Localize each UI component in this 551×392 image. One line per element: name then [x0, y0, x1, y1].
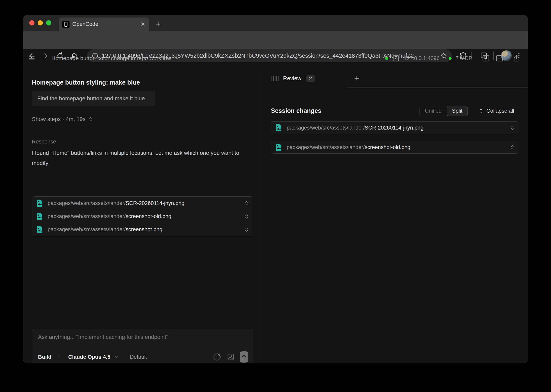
changed-file-row[interactable]: packages/web/src/assets/lander/SCR-20260… [271, 121, 519, 134]
composer-input[interactable] [38, 334, 247, 340]
panel-divider[interactable] [261, 69, 262, 363]
file-dir: packages/web/src/assets/lander/ [48, 226, 126, 232]
review-count-badge: 2 [306, 75, 315, 82]
file-name: screenshot-old.png [365, 144, 411, 150]
user-message-card: Find the homepage button and make it blu… [32, 91, 155, 106]
chat-file-list: packages/web/src/assets/lander/SCR-20260… [32, 196, 254, 236]
file-dir: packages/web/src/assets/lander/ [287, 144, 365, 150]
composer: Build Claude Opus 4.5 Default [32, 329, 254, 363]
file-dir: packages/web/src/assets/lander/ [48, 200, 126, 206]
image-file-icon [276, 143, 282, 151]
tab-review[interactable]: Review 2 [262, 69, 347, 88]
review-tab-label: Review [283, 75, 301, 82]
server-host-label[interactable]: 127.0.0.1:4096 [404, 55, 439, 62]
review-tab-strip: Review 2 + [262, 69, 528, 88]
show-steps-toggle[interactable]: Show steps · 4m, 19s [32, 116, 93, 122]
diff-view-segmented-control: Unified Split [420, 106, 468, 116]
unified-view-button[interactable]: Unified [420, 106, 447, 116]
zoom-window-button[interactable] [46, 20, 51, 26]
image-file-icon [36, 199, 43, 207]
user-message-text: Find the homepage button and make it blu… [37, 95, 145, 102]
file-dir: packages/web/src/assets/lander/ [48, 213, 126, 219]
hamburger-menu-icon [28, 54, 36, 62]
chat-session-heading: Homepage button styling: make blue [32, 79, 140, 86]
session-title-dropdown[interactable]: Homepage button color change in repo wor… [51, 49, 179, 68]
server-status-dot [385, 57, 388, 60]
chevron-down-icon [175, 56, 179, 61]
tab-title: OpenCode [72, 21, 138, 27]
mcp-count-label[interactable]: 7 MCP [456, 55, 472, 62]
file-row[interactable]: packages/web/src/assets/lander/screensho… [32, 223, 253, 236]
sidebar-toggle-button[interactable] [23, 49, 41, 68]
split-view-button[interactable]: Split [447, 106, 468, 116]
collapse-all-button[interactable]: Collapse all [474, 106, 519, 116]
opencode-favicon-icon [62, 21, 70, 28]
split-rows-icon[interactable] [495, 54, 504, 63]
file-name: SCR-20260114-jnyn.png [365, 125, 423, 131]
expand-collapse-icon[interactable] [244, 200, 249, 206]
browser-tab[interactable]: OpenCode ✕ [59, 18, 149, 31]
chevron-down-icon [56, 355, 60, 359]
image-file-icon [276, 124, 282, 132]
image-file-icon [36, 212, 43, 220]
response-label: Response [32, 139, 56, 145]
mode-selector[interactable]: Build [38, 354, 51, 360]
expand-collapse-icon[interactable] [244, 227, 249, 233]
show-steps-label: Show steps · 4m, 19s [32, 116, 86, 122]
collapse-all-label: Collapse all [486, 108, 514, 114]
minimize-window-button[interactable] [38, 20, 43, 26]
file-name: SCR-20260114-jnyn.png [126, 200, 184, 206]
tab-close-icon[interactable]: ✕ [141, 21, 145, 27]
send-button[interactable] [240, 351, 248, 363]
app-instance-icon [392, 55, 400, 62]
close-window-button[interactable] [29, 20, 35, 26]
agent-selector[interactable]: Default [130, 354, 147, 360]
file-row[interactable]: packages/web/src/assets/lander/screensho… [32, 210, 253, 223]
chevron-down-icon [115, 355, 119, 359]
arrow-up-icon [241, 354, 247, 360]
split-columns-icon[interactable] [482, 54, 490, 63]
session-changes-heading: Session changes [271, 107, 420, 114]
app-content: Homepage button styling: make blue Find … [23, 69, 528, 363]
browser-toolbar: 127.0.0.1:4096/L1VzZXJzL3J5YW52b2dlbC9kZ… [23, 31, 528, 49]
attach-image-icon[interactable] [226, 353, 235, 361]
session-title-text: Homepage button color change in repo wor… [51, 55, 171, 62]
chevron-up-down-icon [479, 108, 484, 114]
expand-collapse-icon[interactable] [510, 125, 515, 131]
add-tab-button[interactable]: + [351, 73, 362, 84]
mcp-status-dot [449, 57, 452, 60]
file-name: screenshot-old.png [126, 213, 172, 219]
app-header: Homepage button color change in repo wor… [23, 49, 528, 68]
new-tab-button[interactable]: + [153, 19, 163, 29]
share-icon[interactable] [512, 54, 521, 63]
model-selector[interactable]: Claude Opus 4.5 [68, 354, 110, 360]
file-name: screenshot.png [126, 226, 163, 232]
response-text: I found "Home" buttons/links in multiple… [32, 148, 252, 168]
file-row[interactable]: packages/web/src/assets/lander/SCR-20260… [32, 196, 253, 210]
drag-handle-icon[interactable] [271, 75, 279, 81]
chevron-up-down-icon [88, 116, 93, 122]
browser-window: OpenCode ✕ + 127.0.0.1:4096/L1VzZXJzL3J5… [23, 15, 528, 363]
expand-collapse-icon[interactable] [244, 214, 249, 219]
browser-tab-bar: OpenCode ✕ + [23, 15, 528, 31]
working-spinner-icon [212, 352, 222, 362]
file-dir: packages/web/src/assets/lander/ [287, 125, 365, 131]
expand-collapse-icon[interactable] [510, 144, 515, 150]
image-file-icon [36, 226, 43, 234]
changed-file-row[interactable]: packages/web/src/assets/lander/screensho… [271, 141, 519, 154]
